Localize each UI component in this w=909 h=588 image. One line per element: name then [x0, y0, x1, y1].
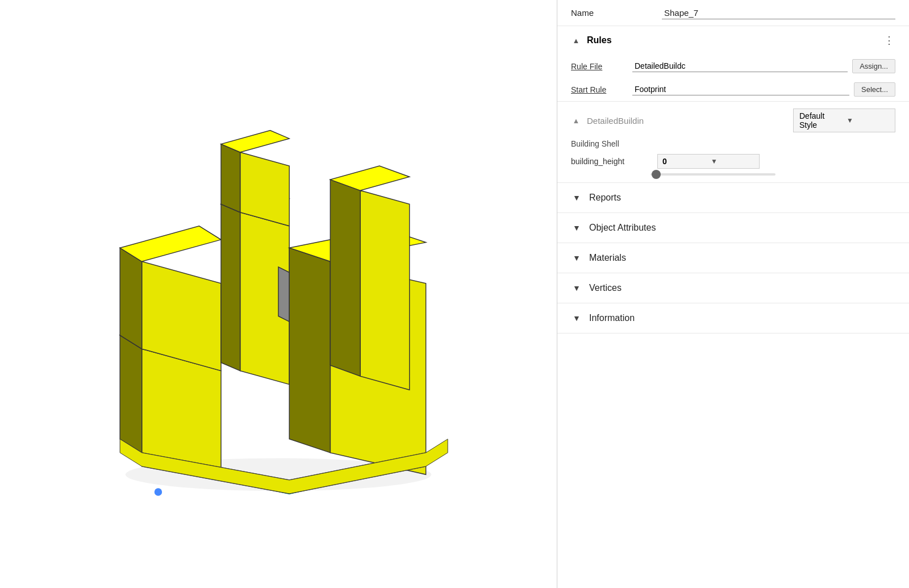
building-shell-label: Building Shell: [571, 139, 895, 148]
reports-header[interactable]: ▼ Reports: [557, 183, 909, 212]
svg-marker-16: [278, 266, 289, 321]
rules-header[interactable]: ▲ Rules ⋮: [571, 26, 895, 55]
detailed-chevron-icon: ▲: [571, 115, 581, 126]
information-header[interactable]: ▼ Information: [557, 303, 909, 333]
building-height-row: building_height 0 ▼: [571, 154, 895, 169]
style-dropdown-arrow-icon: ▼: [847, 116, 889, 124]
start-rule-row: Start Rule Select...: [571, 78, 895, 101]
rules-chevron-icon: ▲: [571, 35, 581, 45]
materials-header[interactable]: ▼ Materials: [557, 243, 909, 273]
materials-title: Materials: [589, 253, 626, 263]
name-value[interactable]: Shape_7: [662, 7, 895, 19]
svg-marker-13: [221, 144, 240, 212]
vertices-header[interactable]: ▼ Vertices: [557, 273, 909, 303]
rules-menu-icon[interactable]: ⋮: [884, 34, 895, 47]
rules-section: ▲ Rules ⋮ Rule File Assign... Start Rule…: [557, 26, 909, 102]
reports-chevron-icon: ▼: [571, 192, 582, 203]
building-height-slider-container: [571, 173, 895, 176]
vertices-section: ▼ Vertices: [557, 273, 909, 303]
rule-file-row: Rule File Assign...: [571, 55, 895, 78]
3d-viewport[interactable]: [0, 0, 557, 588]
building-height-slider-track[interactable]: [651, 173, 775, 176]
name-row: Name Shape_7: [557, 0, 909, 26]
materials-section: ▼ Materials: [557, 243, 909, 273]
object-attributes-chevron-icon: ▼: [571, 222, 582, 233]
svg-marker-7: [120, 248, 141, 349]
rule-file-input[interactable]: [632, 60, 848, 72]
object-attributes-title: Object Attributes: [589, 223, 656, 233]
name-label: Name: [571, 8, 662, 18]
assign-button[interactable]: Assign...: [852, 59, 895, 73]
materials-chevron-icon: ▼: [571, 252, 582, 264]
vertices-title: Vertices: [589, 283, 622, 293]
select-button[interactable]: Select...: [854, 82, 895, 97]
rules-title: Rules: [587, 35, 884, 45]
style-dropdown[interactable]: Default Style ▼: [793, 109, 895, 132]
building-height-value: 0: [662, 157, 706, 166]
start-rule-label: Start Rule: [571, 85, 628, 94]
start-rule-input[interactable]: [632, 84, 849, 95]
reports-title: Reports: [589, 193, 621, 203]
svg-marker-4: [120, 335, 141, 453]
object-attributes-header[interactable]: ▼ Object Attributes: [557, 213, 909, 243]
building-height-value-box[interactable]: 0 ▼: [657, 154, 760, 169]
building-height-slider-thumb[interactable]: [652, 170, 661, 179]
detailed-building-title: DetailedBuildin: [587, 116, 793, 126]
svg-marker-21: [360, 190, 410, 390]
svg-marker-22: [330, 180, 360, 376]
svg-marker-8: [120, 226, 221, 261]
building-height-label: building_height: [571, 157, 651, 166]
style-dropdown-value: Default Style: [799, 111, 842, 130]
information-title: Information: [589, 313, 635, 323]
height-dropdown-arrow-icon: ▼: [711, 157, 754, 165]
svg-marker-19: [289, 248, 330, 453]
reports-section: ▼ Reports: [557, 183, 909, 213]
information-section: ▼ Information: [557, 303, 909, 333]
svg-marker-10: [221, 204, 240, 370]
detailed-building-section: ▲ DetailedBuildin Default Style ▼ Buildi…: [557, 102, 909, 183]
information-chevron-icon: ▼: [571, 312, 582, 324]
object-attributes-section: ▼ Object Attributes: [557, 213, 909, 243]
detailed-building-header[interactable]: ▲ DetailedBuildin Default Style ▼: [571, 109, 895, 132]
vertices-chevron-icon: ▼: [571, 282, 582, 294]
properties-panel: Name Shape_7 ▲ Rules ⋮ Rule File Assign.…: [557, 0, 909, 588]
building-3d-view: [80, 81, 477, 507]
rule-file-label: Rule File: [571, 62, 628, 71]
svg-point-2: [155, 488, 162, 495]
